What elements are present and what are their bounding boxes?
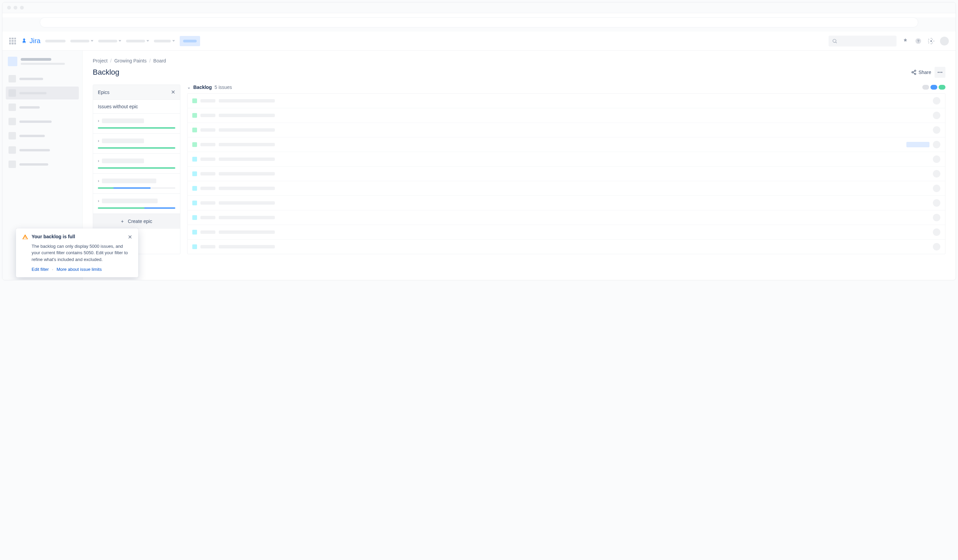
issue-key-placeholder: [200, 231, 216, 234]
project-avatar: [8, 57, 17, 66]
epic-card[interactable]: ›: [93, 133, 180, 153]
sidebar-item-backlog[interactable]: [6, 87, 79, 100]
issue-row[interactable]: [187, 225, 945, 240]
share-button[interactable]: Share: [911, 70, 931, 75]
issue-row[interactable]: [187, 210, 945, 225]
sidebar-project-header[interactable]: [6, 57, 79, 66]
nav-item-5[interactable]: [154, 40, 175, 43]
breadcrumb-board[interactable]: Board: [153, 58, 166, 63]
issue-assignee-avatar[interactable]: [933, 141, 941, 148]
svg-point-10: [937, 72, 939, 73]
backlog-section-header[interactable]: ⌄ Backlog 5 issues: [187, 84, 945, 90]
issue-row[interactable]: [187, 196, 945, 210]
epic-card[interactable]: ›: [93, 193, 180, 214]
breadcrumb-growing-paints[interactable]: Growing Paints: [114, 58, 146, 63]
edit-filter-link[interactable]: Edit filter: [32, 267, 49, 272]
issue-row[interactable]: [187, 108, 945, 123]
nav-item-1[interactable]: [45, 40, 65, 43]
issue-assignee-avatar[interactable]: [933, 112, 941, 119]
chevron-right-icon: ›: [98, 138, 99, 143]
issue-list: [187, 93, 945, 254]
share-icon: [911, 70, 917, 75]
epic-title-placeholder: [102, 119, 144, 123]
issue-row[interactable]: [187, 138, 945, 152]
issue-epic-badge[interactable]: [906, 142, 929, 147]
epic-card[interactable]: ›: [93, 153, 180, 173]
issue-assignee-avatar[interactable]: [933, 155, 941, 163]
chevron-right-icon: ›: [98, 158, 99, 163]
svg-point-5: [915, 70, 916, 71]
issue-row[interactable]: [187, 152, 945, 167]
window-maximize[interactable]: [20, 6, 24, 9]
settings-icon[interactable]: [927, 37, 935, 45]
sidebar-item-7[interactable]: [6, 158, 79, 171]
sidebar-item-4[interactable]: [6, 115, 79, 128]
toast-close-icon[interactable]: ✕: [128, 234, 132, 240]
status-pill[interactable]: [939, 85, 945, 90]
issue-assignee-avatar[interactable]: [933, 228, 941, 236]
issue-type-icon: [192, 128, 197, 132]
more-horizontal-icon: [937, 69, 943, 75]
more-about-limits-link[interactable]: More about issue limits: [56, 267, 102, 272]
breadcrumb-project[interactable]: Project: [93, 58, 108, 63]
breadcrumb-separator: /: [110, 58, 112, 63]
epic-progress-bar: [98, 147, 175, 149]
sidebar-item-6[interactable]: [6, 144, 79, 157]
issue-summary-placeholder: [219, 143, 275, 146]
sidebar-item-1[interactable]: [6, 72, 79, 85]
epic-progress-bar: [98, 187, 175, 189]
sidebar-item-3[interactable]: [6, 101, 79, 114]
issue-row[interactable]: [187, 94, 945, 108]
app-switcher-icon[interactable]: [9, 38, 16, 44]
nav-item-3[interactable]: [98, 40, 121, 43]
issue-assignee-avatar[interactable]: [933, 214, 941, 221]
epic-title-placeholder: [102, 179, 156, 183]
svg-point-0: [833, 39, 836, 42]
nav-item-4[interactable]: [126, 40, 149, 43]
profile-avatar[interactable]: [940, 36, 949, 46]
issues-without-epic[interactable]: Issues without epic: [93, 100, 180, 113]
issue-type-icon: [192, 157, 197, 161]
issue-assignee-avatar[interactable]: [933, 185, 941, 192]
epic-card[interactable]: ›: [93, 113, 180, 133]
toast-title: Your backlog is full: [32, 234, 124, 239]
epic-progress-bar: [98, 167, 175, 169]
status-pill[interactable]: [931, 85, 937, 90]
issue-assignee-avatar[interactable]: [933, 243, 941, 250]
top-nav: Jira ?: [2, 32, 956, 51]
more-actions-button[interactable]: [934, 67, 945, 78]
epic-card[interactable]: ›: [93, 173, 180, 193]
jira-logo[interactable]: Jira: [21, 37, 40, 45]
issue-assignee-avatar[interactable]: [933, 170, 941, 177]
sidebar-item-5[interactable]: [6, 129, 79, 142]
issue-row[interactable]: [187, 167, 945, 181]
create-button[interactable]: [180, 36, 200, 46]
url-bar[interactable]: [40, 17, 918, 27]
issue-row[interactable]: [187, 181, 945, 196]
backlog-full-toast: Your backlog is full ✕ The backlog can o…: [16, 228, 138, 278]
issue-row[interactable]: [187, 123, 945, 138]
issue-type-icon: [192, 186, 197, 191]
notifications-icon[interactable]: [901, 37, 909, 45]
issue-assignee-avatar[interactable]: [933, 199, 941, 207]
help-icon[interactable]: ?: [914, 37, 922, 45]
epic-title-placeholder: [102, 199, 158, 203]
status-pill[interactable]: [922, 85, 929, 90]
issue-summary-placeholder: [219, 201, 275, 205]
issue-key-placeholder: [200, 172, 216, 176]
issue-type-icon: [192, 171, 197, 176]
window-minimize[interactable]: [14, 6, 17, 9]
issue-assignee-avatar[interactable]: [933, 126, 941, 134]
issue-assignee-avatar[interactable]: [933, 97, 941, 104]
search-input[interactable]: [829, 36, 896, 46]
window-close[interactable]: [7, 6, 11, 9]
issue-summary-placeholder: [219, 231, 275, 234]
nav-item-2[interactable]: [70, 40, 94, 43]
issue-key-placeholder: [200, 128, 216, 132]
create-epic-button[interactable]: + Create epic: [93, 214, 180, 229]
svg-point-4: [931, 40, 932, 42]
issue-summary-placeholder: [219, 128, 275, 132]
issue-key-placeholder: [200, 201, 216, 205]
close-epics-icon[interactable]: ✕: [171, 89, 175, 95]
issue-row[interactable]: [187, 240, 945, 254]
